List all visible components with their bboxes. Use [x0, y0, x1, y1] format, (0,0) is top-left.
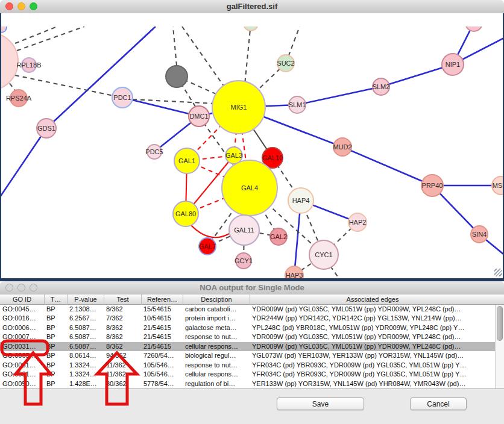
- node-top-green[interactable]: [244, 26, 258, 31]
- node-label-GCY1: GCY1: [235, 257, 253, 264]
- network-canvas[interactable]: RPL18BRPS24APDC1GDS1MIG1DMC1PDC5GAL1GAL3…: [0, 13, 504, 278]
- cell: 8/362: [104, 323, 141, 332]
- node-label-HAP4: HAP4: [292, 197, 310, 204]
- node-label-PDC5: PDC5: [145, 148, 163, 155]
- cell: 6.5087…: [67, 332, 104, 341]
- cell: 1.3324…: [67, 370, 104, 379]
- cell: YER133W (pp) YOR315W, YNL145W (pd) YHR08…: [250, 379, 495, 388]
- table-row[interactable]: GO:0045…BP2.1308…8/36215/54615carbon cat…: [0, 305, 495, 314]
- cell: YFR034C (pd) YBR093C, YDR009W (pd) YGL03…: [250, 370, 495, 379]
- edge-blue-solid: [342, 147, 432, 186]
- scrollbar-thumb[interactable]: [497, 306, 503, 341]
- column-header-6[interactable]: Associated edges: [250, 295, 495, 305]
- cell: 6.5087…: [67, 323, 104, 332]
- cell: 11/362: [104, 370, 141, 379]
- node-top-pink[interactable]: [465, 26, 482, 31]
- cell: cellular respons…: [183, 370, 250, 379]
- noa-window-titlebar[interactable]: NOA output for Single Mode: [0, 281, 504, 295]
- cell: galactose meta…: [183, 323, 250, 332]
- node-label-SLM1: SLM1: [289, 101, 306, 108]
- network-window-titlebar[interactable]: galFiltered.sif: [0, 0, 504, 14]
- edge-blue-solid: [122, 98, 199, 116]
- node-label-HAP3: HAP3: [286, 272, 303, 278]
- results-table: GO:0045…BP2.1308…8/36215/54615carbon cat…: [0, 305, 495, 388]
- cell: carbon cataboli…: [183, 305, 250, 314]
- table-row[interactable]: GO:0007…BP6.5087…8/36221/54615response t…: [0, 332, 495, 341]
- column-header-3[interactable]: Test: [104, 295, 141, 305]
- node-label-SUC2: SUC2: [277, 60, 294, 67]
- cell: GO:0031…: [0, 361, 44, 370]
- node-label-GAL3: GAL3: [225, 152, 242, 159]
- cell: GO:0031…: [0, 370, 44, 379]
- node-big-left[interactable]: [0, 33, 18, 90]
- node-label-GAL11: GAL11: [234, 226, 254, 234]
- cell: YDR009W (pd) YGL035C, YML051W (pp) YDR00…: [250, 332, 495, 341]
- node-label-GDS1: GDS1: [37, 125, 55, 132]
- edge-blue-solid: [297, 87, 381, 105]
- table-row[interactable]: GO:0031…BP6.5087…8/36221/54615cellular r…: [0, 342, 495, 351]
- cell: 105/546…: [141, 361, 183, 370]
- cell: 7/362: [104, 314, 141, 323]
- network-window-title: galFiltered.sif: [0, 0, 504, 13]
- cancel-button[interactable]: Cancel: [410, 398, 467, 410]
- cell: 10/54615: [141, 314, 183, 323]
- cell: GO:0050…: [0, 379, 44, 388]
- column-header-1[interactable]: T…: [44, 295, 67, 305]
- cell: 1.3324…: [67, 361, 104, 370]
- cell: 21/54615: [141, 342, 183, 351]
- table-row[interactable]: GO:0050…BP1.428E…80/3625778/54…regulatio…: [0, 379, 495, 388]
- table-row[interactable]: GO:0065…BP8.0614…94/3627260/54…biologica…: [0, 351, 495, 360]
- node-label-MUD2: MUD2: [333, 143, 351, 151]
- save-button[interactable]: Save: [277, 398, 364, 410]
- node-label-GAL7: GAL7: [199, 243, 216, 250]
- cell: 7260/54…: [141, 351, 183, 360]
- node-label-SLM2: SLM2: [373, 83, 390, 90]
- node-unnamed-gray[interactable]: [166, 66, 187, 87]
- cell: YFR034C (pd) YBR093C, YDR009W (pd) YGL03…: [250, 361, 495, 370]
- cell: 8/362: [104, 305, 141, 314]
- edge-red-solid: [190, 224, 230, 237]
- vertical-scrollbar[interactable]: [495, 305, 504, 388]
- cell: YDR009W (pd) YGL035C, YML051W (pp) YDR00…: [250, 342, 495, 351]
- cell: 15/54615: [141, 305, 183, 314]
- cell: biological regul…: [183, 351, 250, 360]
- cell: YPL248C (pd) YBR018C, YML051W (pp) YDR00…: [250, 323, 495, 332]
- node-label-HAP2: HAP2: [349, 219, 367, 226]
- cell: YDR009W (pd) YGL035C, YML051W (pp) YDR00…: [250, 305, 495, 314]
- column-header-5[interactable]: Desciption: [183, 295, 250, 305]
- cell: 1.428E…: [67, 379, 104, 388]
- node-label-GAL10: GAL10: [262, 154, 283, 161]
- noa-window-title: NOA output for Single Mode: [0, 281, 504, 295]
- cell: 21/54615: [141, 332, 183, 341]
- resize-grip-icon[interactable]: [494, 269, 502, 276]
- table-row[interactable]: GO:0006…BP6.5087…8/36221/54615galactose …: [0, 323, 495, 332]
- edge-gray-dash: [15, 26, 57, 43]
- cell: GO:0031…: [0, 342, 44, 351]
- window-border-bottom: [0, 278, 504, 281]
- node-label-GAL4: GAL4: [241, 184, 258, 192]
- cell: BP: [44, 361, 67, 370]
- edge-gray-dash: [173, 26, 177, 66]
- edge-gray-dash: [182, 26, 224, 87]
- column-header-0[interactable]: GO ID: [0, 295, 44, 305]
- cell: protein import i…: [183, 314, 250, 323]
- edge-blue-solid: [46, 26, 156, 128]
- column-header-2[interactable]: P-value: [67, 295, 104, 305]
- cell: BP: [44, 323, 67, 332]
- cell: BP: [44, 370, 67, 379]
- column-header-4[interactable]: Referen…: [141, 295, 183, 305]
- table-row[interactable]: GO:0016…BP6.2567…7/36210/54615protein im…: [0, 314, 495, 323]
- table-header: GO IDT…P-valueTestReferen…DesciptionAsso…: [0, 295, 504, 305]
- cell: GO:0016…: [0, 314, 44, 323]
- edge-gray-dash: [17, 26, 84, 51]
- screen: galFiltered.sif RPL18BRPS24APDC1GDS1MIG1…: [0, 0, 504, 424]
- node-label-GAL2: GAL2: [270, 233, 287, 240]
- table-row[interactable]: GO:0031…BP1.3324…11/362105/546…response …: [0, 361, 495, 370]
- cell: 8.0614…: [67, 351, 104, 360]
- cell: response to nut…: [183, 361, 250, 370]
- node-label-GAL1: GAL1: [178, 157, 195, 164]
- table-row[interactable]: GO:0031…BP1.3324…11/362105/546…cellular …: [0, 370, 495, 379]
- node-label-MIG1: MIG1: [231, 104, 247, 111]
- cell: BP: [44, 314, 67, 323]
- cell: 6.2567…: [67, 314, 104, 323]
